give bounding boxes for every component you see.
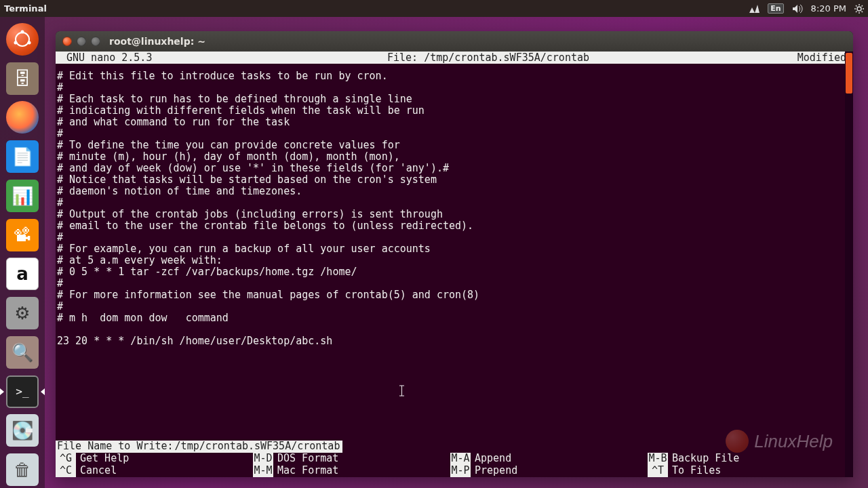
nano-shortcut[interactable]: ^CCancel xyxy=(56,465,253,477)
launcher-writer[interactable]: 📄 xyxy=(4,138,41,175)
launcher-files[interactable]: 🗄 xyxy=(4,60,41,97)
shortcut-desc: Get Help xyxy=(76,453,129,465)
shortcut-desc: To Files xyxy=(668,465,721,477)
window-maximize-button[interactable] xyxy=(91,37,100,46)
terminal-window: root@linuxhelp: ~ GNU nano 2.5.3 File: /… xyxy=(56,31,853,477)
session-gear-icon[interactable] xyxy=(854,4,864,14)
window-title: root@linuxhelp: ~ xyxy=(109,36,205,47)
launcher-terminal[interactable]: >_ xyxy=(4,373,41,410)
sound-icon[interactable] xyxy=(792,4,803,14)
shortcut-key: M-B xyxy=(648,453,668,465)
nano-footer: File Name to Write: /tmp/crontab.sWF35A/… xyxy=(56,441,845,477)
launcher-settings[interactable]: ⚙ xyxy=(4,295,41,331)
shortcut-key: M-D xyxy=(253,453,273,465)
terminal-scrollbar[interactable] xyxy=(845,52,853,477)
window-titlebar[interactable]: root@linuxhelp: ~ xyxy=(56,31,853,52)
nano-shortcut[interactable]: M-BBackup File xyxy=(648,453,845,465)
terminal-body[interactable]: GNU nano 2.5.3 File: /tmp/crontab.sWF35A… xyxy=(56,52,853,477)
launcher: 🗄 📄 📊 📽 a ⚙ 🔍 >_ 💽 🗑 xyxy=(0,17,45,488)
shortcut-key: M-P xyxy=(450,465,471,477)
launcher-disk[interactable]: 💽 xyxy=(4,413,41,449)
svg-point-1 xyxy=(16,33,29,46)
keyboard-language-indicator[interactable]: En xyxy=(768,3,783,14)
svg-point-4 xyxy=(14,41,18,44)
nano-shortcut[interactable]: M-DDOS Format xyxy=(253,453,450,465)
launcher-dash[interactable] xyxy=(4,21,41,58)
svg-point-3 xyxy=(28,41,31,44)
nano-save-prompt[interactable]: File Name to Write: /tmp/crontab.sWF35A/… xyxy=(56,441,845,453)
nano-shortcuts: ^GGet HelpM-DDOS FormatM-AAppendM-BBacku… xyxy=(56,453,845,477)
shortcut-desc: Backup File xyxy=(668,453,739,465)
window-close-button[interactable] xyxy=(62,37,72,46)
nano-status-label: Modified xyxy=(768,52,849,64)
nano-header: GNU nano 2.5.3 File: /tmp/crontab.sWF35A… xyxy=(56,52,853,64)
svg-point-0 xyxy=(857,7,861,11)
shortcut-key: ^G xyxy=(56,453,76,465)
shortcut-desc: Mac Format xyxy=(273,465,338,477)
active-app-label: Terminal xyxy=(4,3,47,14)
shortcut-desc: Cancel xyxy=(76,465,117,477)
nano-shortcut[interactable]: ^GGet Help xyxy=(56,453,253,465)
launcher-impress[interactable]: 📽 xyxy=(4,217,41,253)
clock-label[interactable]: 8:20 PM xyxy=(811,3,846,14)
nano-editor-content[interactable]: # Edit this file to introduce tasks to b… xyxy=(56,64,853,347)
shortcut-key: ^T xyxy=(648,465,668,477)
shortcut-desc: Prepend xyxy=(471,465,517,477)
nano-shortcut[interactable]: M-PPrepend xyxy=(450,465,648,477)
nano-shortcut[interactable]: ^TTo Files xyxy=(648,465,845,477)
network-icon[interactable] xyxy=(749,4,760,14)
shortcut-desc: Append xyxy=(471,453,511,465)
text-caret-icon xyxy=(399,385,399,396)
top-panel: Terminal En 8:20 PM xyxy=(0,0,868,17)
nano-shortcut[interactable]: M-AAppend xyxy=(450,453,648,465)
nano-file-label: File: /tmp/crontab.sWF35A/crontab xyxy=(209,52,768,64)
nano-save-prompt-value[interactable]: /tmp/crontab.sWF35A/crontab xyxy=(175,441,343,453)
svg-point-2 xyxy=(21,30,24,33)
shortcut-key: M-A xyxy=(450,453,471,465)
shortcut-key: ^C xyxy=(56,465,76,477)
launcher-amazon[interactable]: a xyxy=(4,256,41,293)
scrollbar-thumb[interactable] xyxy=(846,53,852,94)
launcher-search[interactable]: 🔍 xyxy=(4,334,41,371)
launcher-calc[interactable]: 📊 xyxy=(4,178,41,214)
nano-shortcut[interactable]: M-MMac Format xyxy=(253,465,450,477)
launcher-trash[interactable]: 🗑 xyxy=(4,451,41,488)
nano-save-prompt-label: File Name to Write: xyxy=(56,441,175,453)
shortcut-key: M-M xyxy=(253,465,273,477)
window-minimize-button[interactable] xyxy=(77,37,86,46)
launcher-firefox[interactable] xyxy=(4,100,41,136)
shortcut-desc: DOS Format xyxy=(273,453,338,465)
nano-app-label: GNU nano 2.5.3 xyxy=(60,52,209,64)
